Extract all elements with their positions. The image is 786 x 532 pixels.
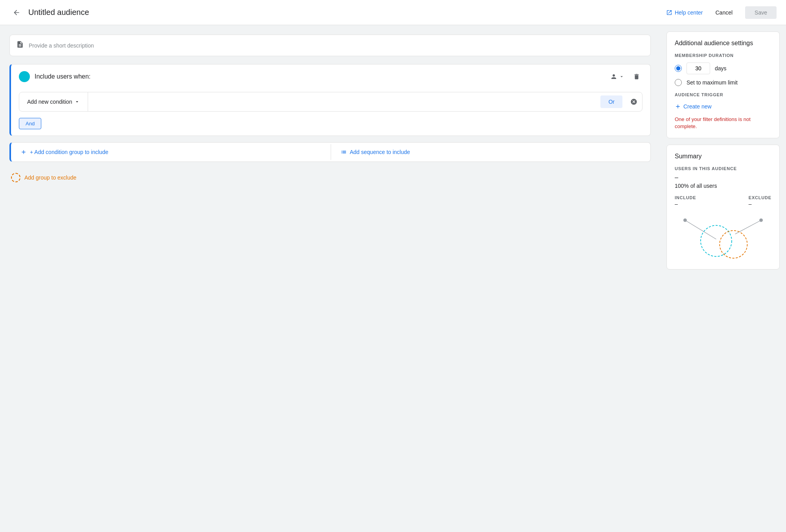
summary-card: Summary USERS IN THIS AUDIENCE – 100% of…: [666, 145, 780, 270]
right-panel: Additional audience settings MEMBERSHIP …: [660, 25, 786, 532]
condition-row: Add new condition Or: [19, 92, 642, 112]
days-input[interactable]: [687, 62, 710, 74]
exclude-circle-icon: [11, 173, 20, 182]
add-sequence-button[interactable]: Add sequence to include: [331, 143, 651, 161]
condition-input-area: [88, 99, 600, 105]
svg-point-3: [759, 218, 763, 222]
exclude-label: EXCLUDE: [749, 195, 771, 200]
left-panel: Provide a short description Include user…: [0, 25, 660, 532]
trigger-section: AUDIENCE TRIGGER Create new: [675, 92, 771, 111]
description-field[interactable]: Provide a short description: [9, 35, 651, 56]
condition-area: Add new condition Or: [11, 89, 650, 118]
teal-circle-icon: [19, 71, 30, 82]
include-title-area: Include users when:: [19, 71, 90, 82]
header: Untitled audience Help center Cancel Sav…: [0, 0, 786, 25]
include-title: Include users when:: [35, 73, 90, 80]
add-condition-group-label: + Add condition group to include: [30, 149, 109, 155]
exclude-col: EXCLUDE –: [749, 195, 771, 207]
venn-diagram: [675, 210, 771, 261]
include-header-actions: [607, 71, 642, 83]
svg-point-2: [683, 218, 687, 222]
main-layout: Provide a short description Include user…: [0, 25, 786, 532]
days-radio-row: days: [675, 62, 771, 74]
include-col: INCLUDE –: [675, 195, 696, 207]
user-scope-button[interactable]: [607, 71, 628, 83]
users-percent: 100% of all users: [675, 183, 771, 189]
max-limit-label: Set to maximum limit: [687, 79, 738, 86]
membership-duration-label: MEMBERSHIP DURATION: [675, 53, 771, 58]
create-new-button[interactable]: Create new: [675, 102, 712, 111]
error-message: One of your filter definitions is not co…: [675, 116, 771, 130]
add-condition-group-button[interactable]: + Add condition group to include: [11, 143, 331, 161]
header-actions: Help center Cancel Save: [666, 6, 777, 19]
svg-point-4: [701, 226, 732, 257]
audience-trigger-label: AUDIENCE TRIGGER: [675, 92, 771, 97]
cancel-button[interactable]: Cancel: [709, 6, 739, 19]
include-value: –: [675, 201, 696, 207]
delete-include-button[interactable]: [631, 71, 642, 83]
max-limit-radio-row: Set to maximum limit: [675, 79, 771, 86]
help-center-label: Help center: [675, 9, 703, 16]
document-icon: [16, 40, 24, 50]
include-header: Include users when:: [11, 64, 650, 89]
days-radio[interactable]: [675, 65, 682, 72]
add-condition-button[interactable]: Add new condition: [19, 92, 88, 111]
help-center-link[interactable]: Help center: [666, 9, 703, 16]
users-in-audience-label: USERS IN THIS AUDIENCE: [675, 166, 771, 171]
app-container: Untitled audience Help center Cancel Sav…: [0, 0, 786, 532]
users-value: –: [675, 174, 771, 181]
venn-svg: [675, 210, 771, 261]
svg-point-5: [720, 231, 747, 258]
summary-title: Summary: [675, 153, 771, 160]
settings-card: Additional audience settings MEMBERSHIP …: [666, 31, 780, 138]
include-exclude-row: INCLUDE – EXCLUDE –: [675, 195, 771, 207]
add-condition-label: Add new condition: [27, 99, 72, 105]
save-button: Save: [745, 6, 777, 19]
and-button[interactable]: And: [19, 118, 41, 129]
back-button[interactable]: [9, 6, 24, 20]
create-new-label: Create new: [683, 103, 712, 110]
days-unit-label: days: [715, 65, 727, 72]
settings-title: Additional audience settings: [675, 40, 771, 47]
max-limit-radio[interactable]: [675, 79, 682, 86]
or-button[interactable]: Or: [600, 95, 622, 108]
page-title: Untitled audience: [28, 8, 661, 17]
include-section: Include users when:: [9, 64, 651, 136]
add-sequence-label: Add sequence to include: [350, 149, 410, 155]
include-label: INCLUDE: [675, 195, 696, 200]
exclude-label: Add group to exclude: [24, 174, 76, 181]
add-group-row: + Add condition group to include Add seq…: [9, 142, 651, 162]
svg-line-0: [685, 220, 716, 239]
exclude-value: –: [749, 201, 771, 207]
add-exclude-group-button[interactable]: Add group to exclude: [9, 170, 78, 185]
description-placeholder: Provide a short description: [29, 42, 94, 49]
remove-condition-button[interactable]: [626, 95, 642, 108]
